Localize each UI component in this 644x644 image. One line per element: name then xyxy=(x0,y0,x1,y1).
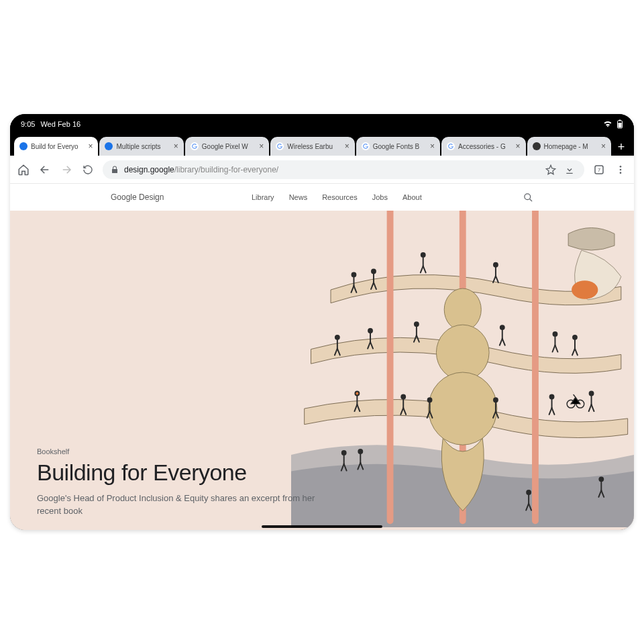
forward-icon[interactable] xyxy=(60,163,73,176)
svg-point-9 xyxy=(620,166,622,168)
hero-copy: Bookshelf Building for Everyone Google's… xyxy=(37,447,332,518)
close-icon[interactable]: × xyxy=(345,142,350,151)
svg-point-50 xyxy=(500,325,504,329)
svg-point-34 xyxy=(493,263,497,267)
site-header: Google Design Library News Resources Job… xyxy=(10,184,634,211)
browser-tab[interactable]: Accessories - G × xyxy=(441,137,525,156)
browser-tab[interactable]: Multiple scripts × xyxy=(99,137,183,156)
nav-link[interactable]: Library xyxy=(252,193,274,201)
svg-point-12 xyxy=(525,193,531,199)
tab-title: Wireless Earbu xyxy=(287,143,341,150)
nav-link[interactable]: Resources xyxy=(322,193,358,201)
hero-illustration xyxy=(291,211,635,527)
favicon-icon xyxy=(276,142,284,150)
battery-icon xyxy=(616,119,623,129)
search-icon[interactable] xyxy=(523,193,533,203)
tab-count-icon[interactable]: 7 xyxy=(592,163,606,176)
svg-point-30 xyxy=(421,253,425,257)
tab-title: Homepage - M xyxy=(544,143,598,150)
favicon-icon xyxy=(191,142,199,150)
svg-point-82 xyxy=(589,392,593,396)
svg-point-96 xyxy=(599,477,603,481)
star-icon[interactable] xyxy=(544,163,557,176)
favicon-icon xyxy=(447,142,455,150)
svg-rect-1 xyxy=(619,120,621,121)
svg-point-46 xyxy=(414,322,418,326)
lock-icon xyxy=(111,166,119,174)
hero-section: Bookshelf Building for Everyone Google's… xyxy=(10,211,634,530)
svg-point-66 xyxy=(401,394,405,398)
favicon-icon xyxy=(362,142,370,150)
browser-tab[interactable]: Homepage - M × xyxy=(527,137,611,156)
svg-text:7: 7 xyxy=(598,167,600,173)
svg-point-22 xyxy=(352,272,356,276)
svg-point-42 xyxy=(368,329,372,333)
reload-icon[interactable] xyxy=(81,163,95,176)
hero-subhead: Google's Head of Product Inclusion & Equ… xyxy=(37,492,332,518)
svg-point-11 xyxy=(620,172,622,174)
hero-headline: Building for Everyone xyxy=(37,460,332,486)
svg-point-62 xyxy=(355,392,359,396)
browser-tab[interactable]: Google Pixel W × xyxy=(185,137,269,156)
svg-point-38 xyxy=(335,335,339,339)
close-icon[interactable]: × xyxy=(174,142,178,151)
browser-tab[interactable]: Wireless Earbu × xyxy=(270,137,354,156)
nav-link[interactable]: About xyxy=(402,193,422,201)
tab-title: Google Fonts B xyxy=(373,143,427,150)
favicon-icon xyxy=(533,142,541,150)
svg-point-70 xyxy=(427,398,431,402)
browser-toolbar: design.google/library/building-for-every… xyxy=(10,156,634,184)
hero-eyebrow: Bookshelf xyxy=(37,447,332,455)
status-time: 9:05 xyxy=(21,120,35,128)
svg-point-100 xyxy=(527,490,531,494)
close-icon[interactable]: × xyxy=(259,142,264,151)
download-icon[interactable] xyxy=(563,163,576,176)
favicon-icon xyxy=(105,142,113,150)
gesture-bar[interactable] xyxy=(262,525,382,528)
svg-point-17 xyxy=(444,288,481,331)
svg-point-10 xyxy=(620,168,622,170)
svg-rect-2 xyxy=(619,123,622,127)
svg-point-26 xyxy=(372,270,376,274)
close-icon[interactable]: × xyxy=(516,142,521,151)
close-icon[interactable]: × xyxy=(601,142,606,151)
status-bar: 9:05 Wed Feb 16 xyxy=(10,114,634,134)
tab-strip: Build for Everyo × Multiple scripts × Go… xyxy=(10,134,634,156)
svg-point-19 xyxy=(428,372,496,445)
favicon-icon xyxy=(19,142,28,150)
svg-point-18 xyxy=(436,325,489,380)
tab-title: Build for Everyo xyxy=(31,143,85,150)
browser-tab[interactable]: Build for Everyo × xyxy=(14,137,98,156)
svg-point-58 xyxy=(573,335,577,339)
svg-point-20 xyxy=(572,280,598,299)
wifi-icon xyxy=(603,121,612,127)
svg-point-74 xyxy=(493,398,497,402)
home-icon[interactable] xyxy=(17,163,30,176)
close-icon[interactable]: × xyxy=(88,142,93,151)
more-icon[interactable] xyxy=(614,163,627,176)
site-logo[interactable]: Google Design xyxy=(111,193,164,202)
status-date: Wed Feb 16 xyxy=(40,120,80,128)
url-text: design.google/library/building-for-every… xyxy=(124,165,539,174)
page-viewport: Google Design Library News Resources Job… xyxy=(10,184,634,530)
browser-tab[interactable]: Google Fonts B × xyxy=(356,137,440,156)
svg-point-54 xyxy=(553,332,557,336)
tablet-frame: 9:05 Wed Feb 16 Build for Everyo × Multi… xyxy=(10,114,634,530)
svg-point-92 xyxy=(358,449,362,453)
tab-title: Accessories - G xyxy=(458,143,512,150)
nav-link[interactable]: News xyxy=(289,193,308,201)
new-tab-button[interactable]: + xyxy=(612,138,630,156)
back-icon[interactable] xyxy=(38,163,52,176)
address-bar[interactable]: design.google/library/building-for-every… xyxy=(103,160,584,179)
close-icon[interactable]: × xyxy=(430,142,435,151)
tab-title: Google Pixel W xyxy=(202,143,256,150)
nav-link[interactable]: Jobs xyxy=(372,193,388,201)
tab-title: Multiple scripts xyxy=(116,143,170,150)
site-nav: Library News Resources Jobs About xyxy=(252,193,422,201)
svg-point-78 xyxy=(549,394,553,398)
svg-point-88 xyxy=(341,451,345,455)
